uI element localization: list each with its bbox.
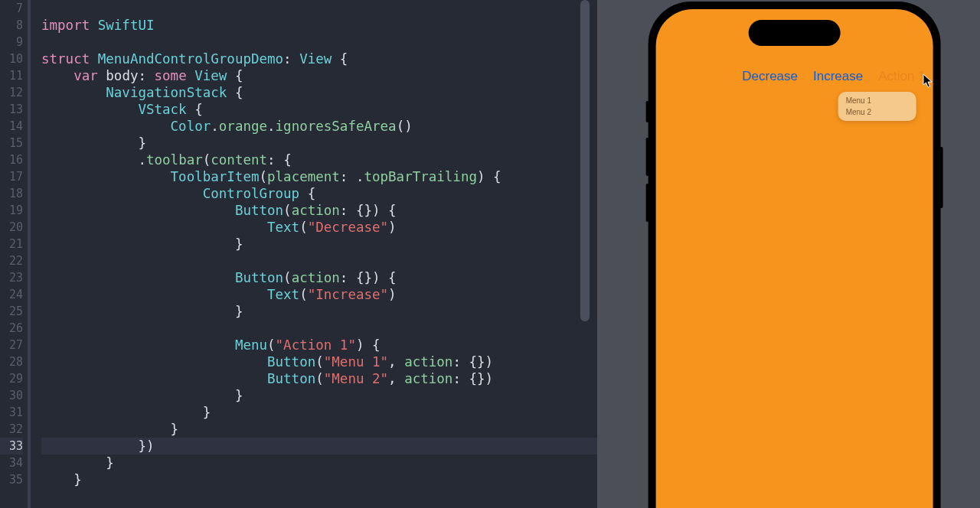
line-number: 34 (0, 454, 23, 471)
code-line[interactable] (41, 0, 597, 17)
code-line[interactable]: Button(action: {}) { (41, 269, 597, 286)
line-number: 8 (0, 17, 23, 34)
code-line[interactable]: } (41, 236, 597, 252)
line-number: 25 (0, 303, 23, 320)
code-line[interactable] (41, 252, 597, 269)
line-number: 11 (0, 67, 23, 84)
code-line[interactable]: Button("Menu 2", action: {}) (41, 370, 597, 387)
code-line[interactable]: NavigationStack { (41, 84, 597, 101)
code-area[interactable]: import SwiftUIstruct MenuAndControlGroup… (28, 0, 597, 508)
phone-frame: Decrease Increase Action 1 Menu 1 Menu 2 (648, 2, 941, 508)
line-number: 17 (0, 168, 23, 185)
line-number: 20 (0, 219, 23, 236)
code-line[interactable]: } (41, 303, 597, 320)
code-line[interactable]: Color.orange.ignoresSafeArea() (41, 118, 597, 135)
code-line[interactable]: ToolbarItem(placement: .topBarTrailing) … (41, 168, 597, 185)
code-line[interactable]: Text("Decrease") (41, 219, 597, 236)
code-line[interactable]: var body: some View { (41, 67, 597, 84)
code-line[interactable]: } (41, 421, 597, 438)
code-line[interactable] (41, 320, 597, 337)
phone-side-button (646, 138, 649, 176)
dynamic-island (749, 20, 841, 46)
code-line[interactable] (41, 34, 597, 50)
line-number: 12 (0, 84, 23, 101)
line-number: 22 (0, 252, 23, 269)
code-line[interactable]: } (41, 404, 597, 421)
line-number: 33 (0, 438, 23, 454)
line-number: 15 (0, 135, 23, 151)
preview-pane: Decrease Increase Action 1 Menu 1 Menu 2 (597, 0, 980, 508)
editor-scrollbar[interactable] (580, 0, 590, 321)
line-number: 26 (0, 320, 23, 337)
line-number-gutter: 7891011121314151617181920212223242526272… (0, 0, 28, 508)
line-number: 18 (0, 185, 23, 202)
phone-screen[interactable]: Decrease Increase Action 1 Menu 1 Menu 2 (656, 9, 933, 508)
line-number: 28 (0, 353, 23, 370)
code-line[interactable]: } (41, 471, 597, 488)
menu-popover: Menu 1 Menu 2 (838, 92, 916, 121)
code-editor[interactable]: 7891011121314151617181920212223242526272… (0, 0, 597, 508)
line-number: 24 (0, 286, 23, 303)
code-line[interactable]: ControlGroup { (41, 185, 597, 202)
line-number: 10 (0, 50, 23, 67)
code-line[interactable]: Menu("Action 1") { (41, 337, 597, 353)
code-line[interactable]: } (41, 387, 597, 404)
line-number: 35 (0, 471, 23, 488)
code-line[interactable]: import SwiftUI (41, 17, 597, 34)
line-number: 31 (0, 404, 23, 421)
decrease-button[interactable]: Decrease (742, 69, 798, 84)
code-line[interactable]: struct MenuAndControlGroupDemo: View { (41, 50, 597, 67)
increase-button[interactable]: Increase (813, 69, 863, 84)
code-line[interactable]: }) (41, 438, 597, 454)
line-number: 32 (0, 421, 23, 438)
phone-side-button (940, 147, 943, 208)
phone-side-button (646, 101, 649, 122)
action1-menu-button[interactable]: Action 1 (878, 69, 925, 84)
line-number: 19 (0, 202, 23, 219)
menu-item-2[interactable]: Menu 2 (838, 106, 916, 118)
toolbar: Decrease Increase Action 1 (742, 69, 925, 84)
line-number: 29 (0, 370, 23, 387)
code-line[interactable]: Text("Increase") (41, 286, 597, 303)
code-line[interactable]: Button("Menu 1", action: {}) (41, 353, 597, 370)
line-number: 30 (0, 387, 23, 404)
line-number: 14 (0, 118, 23, 135)
line-number: 16 (0, 151, 23, 168)
code-line[interactable]: VStack { (41, 101, 597, 118)
line-number: 7 (0, 0, 23, 17)
line-number: 27 (0, 337, 23, 353)
code-line[interactable]: } (41, 454, 597, 471)
menu-item-1[interactable]: Menu 1 (838, 95, 916, 106)
code-line[interactable]: } (41, 135, 597, 151)
code-line[interactable]: .toolbar(content: { (41, 151, 597, 168)
line-number: 21 (0, 236, 23, 252)
line-number: 23 (0, 269, 23, 286)
line-number: 13 (0, 101, 23, 118)
code-line[interactable]: Button(action: {}) { (41, 202, 597, 219)
line-number: 9 (0, 34, 23, 50)
phone-side-button (646, 184, 649, 222)
